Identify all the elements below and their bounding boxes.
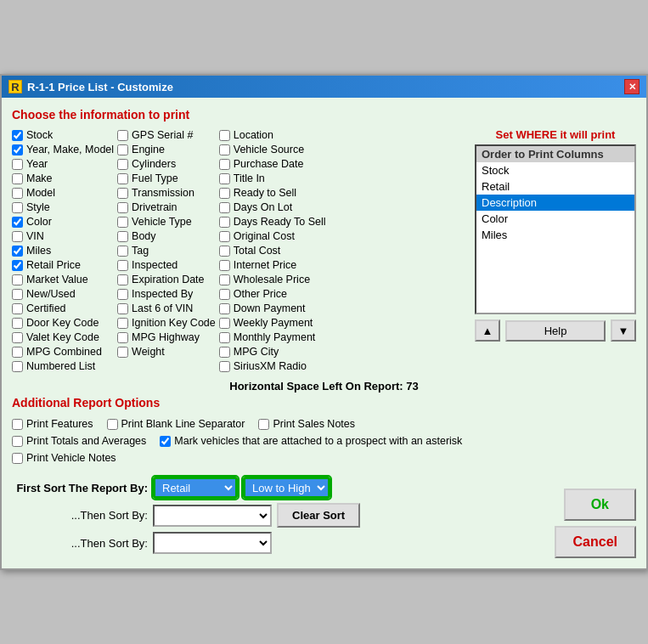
order-list-item-2[interactable]: Retail <box>476 178 634 195</box>
add-cb-cb_print_features[interactable] <box>12 419 23 430</box>
checkbox-cb_mpg_combined[interactable] <box>12 347 23 358</box>
checkbox-cb_vehicle_source[interactable] <box>219 144 230 155</box>
add-lbl-cb_print_features: Print Features <box>26 418 93 430</box>
move-up-button[interactable]: ▲ <box>475 319 500 342</box>
checkbox-cb_days_ready_to_sell[interactable] <box>219 217 230 228</box>
checkbox-item-cb_total_cost: Total Cost <box>219 244 326 257</box>
help-button[interactable]: Help <box>505 320 606 342</box>
checkbox-item-cb_market_value: Market Value <box>12 273 114 286</box>
checkbox-item-cb_retail_price: Retail Price <box>12 258 114 272</box>
add-lbl-cb_print_sales_notes: Print Sales Notes <box>273 418 355 430</box>
checkbox-cb_title_in[interactable] <box>219 173 230 184</box>
checkbox-cb_cylinders[interactable] <box>117 159 128 170</box>
order-list-item-5[interactable]: Miles <box>476 227 634 243</box>
checkbox-cb_stock[interactable] <box>12 130 23 141</box>
checkbox-cb_year[interactable] <box>12 159 23 170</box>
checkbox-cb_style[interactable] <box>12 202 23 213</box>
add-cb-cb_print_vehicle_notes[interactable] <box>12 453 23 464</box>
window-icon: R <box>8 80 22 93</box>
order-list-item-3[interactable]: Description <box>476 195 634 211</box>
checkbox-cb_monthly_payment[interactable] <box>219 332 230 343</box>
checkbox-item-cb_days_on_lot: Days On Lot <box>219 201 326 214</box>
order-list-item-0[interactable]: Order to Print Columns <box>476 146 634 162</box>
checkbox-cb_retail_price[interactable] <box>12 260 23 271</box>
checkbox-cb_model[interactable] <box>12 188 23 199</box>
checkbox-item-cb_wholesale_price: Wholesale Price <box>219 273 326 286</box>
label-cb_mpg_highway: MPG Highway <box>132 331 200 343</box>
main-window: R R-1-1 Price List - Customize ✕ Choose … <box>0 74 648 570</box>
checkbox-cb_ignition_key_code[interactable] <box>117 318 128 329</box>
checkbox-cb_transmission[interactable] <box>117 188 128 199</box>
checkbox-cb_engine[interactable] <box>117 144 128 155</box>
checkbox-cb_make[interactable] <box>12 173 23 184</box>
checkbox-cb_door_key_code[interactable] <box>12 318 23 329</box>
checkbox-cb_market_value[interactable] <box>12 274 23 285</box>
checkbox-cb_original_cost[interactable] <box>219 231 230 242</box>
add-cb-cb_print_totals[interactable] <box>12 436 23 447</box>
label-cb_drivetrain: Drivetrain <box>132 201 177 213</box>
checkbox-cb_vin[interactable] <box>12 231 23 242</box>
checkbox-cb_location[interactable] <box>219 130 230 141</box>
checkbox-cb_internet_price[interactable] <box>219 260 230 271</box>
label-cb_wholesale_price: Wholesale Price <box>234 274 310 285</box>
move-down-button[interactable]: ▼ <box>611 319 636 342</box>
add-cb-cb_print_blank[interactable] <box>107 419 118 430</box>
checkbox-cb_days_on_lot[interactable] <box>219 202 230 213</box>
checkbox-cb_mpg_city[interactable] <box>219 347 230 358</box>
add-lbl-cb_print_vehicle_notes: Print Vehicle Notes <box>26 452 116 464</box>
label-cb_make: Make <box>26 172 53 184</box>
then-sort-select-2[interactable] <box>153 532 272 554</box>
checkbox-cb_color[interactable] <box>12 217 23 228</box>
checkbox-item-cb_engine: Engine <box>117 143 216 156</box>
checkbox-cb_year_make_model[interactable] <box>12 144 23 155</box>
checkbox-cb_siriusxm[interactable] <box>219 361 230 372</box>
checkbox-cb_inspected[interactable] <box>117 260 128 271</box>
checkbox-item-cb_year_make_model: Year, Make, Model <box>12 143 114 156</box>
checkbox-cb_down_payment[interactable] <box>219 303 230 314</box>
clear-sort-button[interactable]: Clear Sort <box>277 503 360 528</box>
checkbox-cb_certified[interactable] <box>12 303 23 314</box>
checkbox-cb_weight[interactable] <box>117 347 128 358</box>
first-sort-row: First Sort The Report By: StockRetailDes… <box>12 477 538 499</box>
checkbox-cb_other_price[interactable] <box>219 289 230 300</box>
checkbox-cb_numbered_list[interactable] <box>12 361 23 372</box>
add-checkbox-item-cb_print_blank: Print Blank Line Separator <box>107 418 245 430</box>
first-sort-direction[interactable]: Low to HighHigh to Low <box>243 477 330 499</box>
ok-button[interactable]: Ok <box>564 489 636 521</box>
checkbox-cb_valet_key_code[interactable] <box>12 332 23 343</box>
close-button[interactable]: ✕ <box>624 79 640 94</box>
checkbox-cb_expiration_date[interactable] <box>117 274 128 285</box>
checkbox-item-cb_drivetrain: Drivetrain <box>117 201 216 214</box>
add-lbl-cb_mark_vehicles: Mark vehicles that are attached to a pro… <box>174 435 462 447</box>
then-sort-select-1[interactable] <box>153 505 272 527</box>
checkbox-cb_drivetrain[interactable] <box>117 202 128 213</box>
checkbox-cb_gps[interactable] <box>117 130 128 141</box>
label-cb_color: Color <box>26 216 52 228</box>
checkbox-cb_miles[interactable] <box>12 246 23 257</box>
checkbox-cb_inspected_by[interactable] <box>117 289 128 300</box>
order-list-item-4[interactable]: Color <box>476 211 634 227</box>
checkbox-item-cb_transmission: Transmission <box>117 186 216 200</box>
checkbox-cb_fuel_type[interactable] <box>117 173 128 184</box>
checkbox-item-cb_expiration_date: Expiration Date <box>117 273 216 286</box>
cancel-button[interactable]: Cancel <box>555 526 636 558</box>
label-cb_miles: Miles <box>26 245 51 257</box>
checkbox-cb_mpg_highway[interactable] <box>117 332 128 343</box>
label-cb_internet_price: Internet Price <box>234 259 296 271</box>
add-cb-cb_print_sales_notes[interactable] <box>258 419 269 430</box>
checkbox-cb_weekly_payment[interactable] <box>219 318 230 329</box>
order-list[interactable]: Order to Print ColumnsStockRetailDescrip… <box>475 144 636 314</box>
checkbox-cb_new_used[interactable] <box>12 289 23 300</box>
window-title: R-1-1 Price List - Customize <box>27 81 173 93</box>
checkbox-cb_vehicle_type[interactable] <box>117 217 128 228</box>
checkbox-cb_purchase_date[interactable] <box>219 159 230 170</box>
checkbox-cb_wholesale_price[interactable] <box>219 274 230 285</box>
checkbox-cb_last6vin[interactable] <box>117 303 128 314</box>
order-list-item-1[interactable]: Stock <box>476 162 634 178</box>
first-sort-select[interactable]: StockRetailDescriptionColorMilesYearMake… <box>153 477 238 499</box>
checkbox-cb_total_cost[interactable] <box>219 246 230 257</box>
checkbox-cb_ready_to_sell[interactable] <box>219 188 230 199</box>
checkbox-cb_body[interactable] <box>117 231 128 242</box>
checkbox-cb_tag[interactable] <box>117 246 128 257</box>
add-cb-cb_mark_vehicles[interactable] <box>160 436 171 447</box>
